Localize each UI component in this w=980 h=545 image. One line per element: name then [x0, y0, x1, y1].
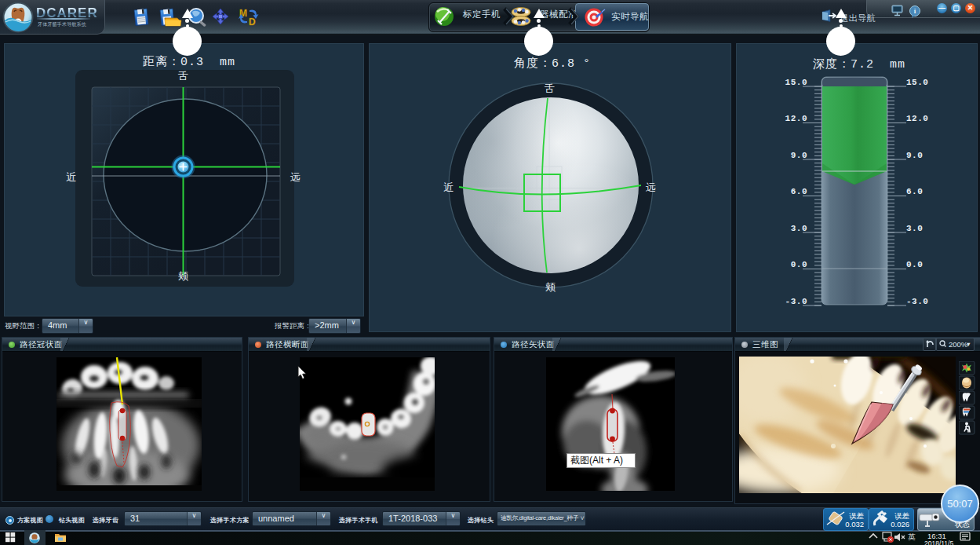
svg-text:9.0: 9.0 — [906, 151, 923, 160]
svg-text:0.0: 0.0 — [791, 260, 807, 269]
svg-text:D: D — [249, 16, 256, 27]
svg-text:9.0: 9.0 — [791, 151, 807, 160]
svg-text:2018/11/5: 2018/11/5 — [924, 540, 953, 545]
svg-text:6.0: 6.0 — [906, 187, 923, 196]
svg-text:英: 英 — [908, 532, 916, 541]
svg-text:0.0: 0.0 — [906, 260, 923, 269]
svg-text:15.0: 15.0 — [785, 78, 807, 87]
svg-text:-3.0: -3.0 — [906, 297, 928, 306]
svg-text:12.0: 12.0 — [785, 114, 807, 123]
svg-text:-3.0: -3.0 — [785, 297, 807, 306]
svg-text:15.0: 15.0 — [906, 78, 928, 87]
svg-text:3.0: 3.0 — [906, 224, 923, 233]
svg-text:3.0: 3.0 — [791, 224, 807, 233]
svg-text:6.0: 6.0 — [791, 187, 807, 196]
svg-text:12.0: 12.0 — [906, 114, 928, 123]
